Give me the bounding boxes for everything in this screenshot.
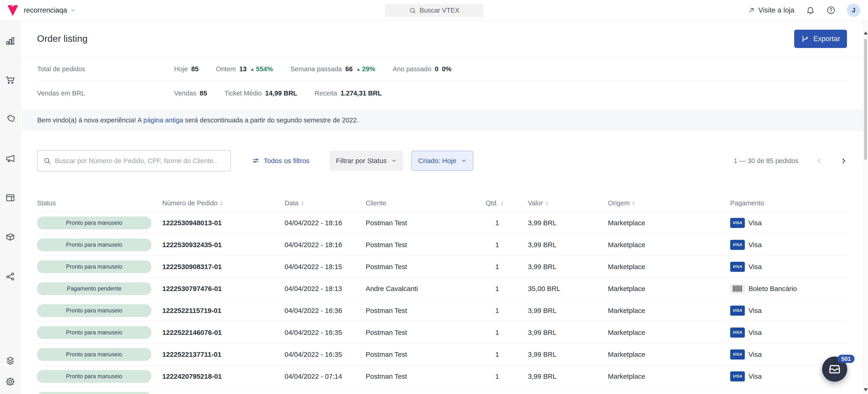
cell-status: Pronto para manuseio xyxy=(37,304,162,317)
cell-value: 3,99 BRL xyxy=(528,372,608,380)
order-search-input[interactable] xyxy=(55,157,224,165)
message-center-fab[interactable]: 501 xyxy=(822,357,847,382)
sort-down-arrow-icon: ▼ xyxy=(500,203,504,206)
cell-order-number: 1222530797476-01 xyxy=(162,285,284,293)
table-row[interactable]: Pronto para manuseio1222522115719-0104/0… xyxy=(37,300,847,322)
sort-icon[interactable]: ▲▼ xyxy=(301,201,304,206)
cell-value: 3,99 BRL xyxy=(528,263,608,271)
sort-icon[interactable]: ▲▼ xyxy=(500,201,504,206)
stat-item: Ontem13▲554% xyxy=(216,65,273,73)
cell-value: 3,99 BRL xyxy=(528,351,608,358)
sidebar-item-analytics[interactable] xyxy=(5,35,16,46)
banner-text-after: será descontinuada a partir do segundo s… xyxy=(183,117,358,124)
sidebar-item-promotions[interactable] xyxy=(5,114,16,125)
sidebar-item-marketing[interactable] xyxy=(5,153,16,164)
created-filter-label: Criado: Hoje xyxy=(418,157,456,165)
sort-icon[interactable]: ▲▼ xyxy=(220,201,223,206)
scrollbar[interactable] xyxy=(863,21,868,394)
status-badge: Pronto para manuseio xyxy=(37,348,151,361)
status-badge: Pronto para manuseio xyxy=(37,238,151,251)
table-row[interactable] xyxy=(37,387,847,394)
cell-status: Pronto para manuseio xyxy=(37,217,162,229)
status-badge-label: Pronto para manuseio xyxy=(66,329,122,336)
status-badge-label: Pronto para manuseio xyxy=(66,263,122,270)
status-badge-label: Pronto para manuseio xyxy=(66,307,122,314)
global-search[interactable]: Buscar VTEX xyxy=(385,4,484,17)
cell-origin: Marketplace xyxy=(608,329,730,336)
status-badge: Pronto para manuseio xyxy=(37,370,151,383)
cell-quantity: 1 xyxy=(486,285,528,293)
table-row[interactable]: Pronto para manuseio1222522146076-0104/0… xyxy=(37,322,847,343)
sidebar-item-integrations[interactable] xyxy=(5,271,16,282)
table-row[interactable]: Pagamento pendente1222530797476-0104/04/… xyxy=(37,278,847,300)
orders-table: StatusNúmero de Pedido▲▼Data▲▼ClienteQtd… xyxy=(37,195,847,394)
cell-origin: Marketplace xyxy=(608,241,730,249)
cell-payment: VISAVisa xyxy=(730,306,847,316)
sort-icon[interactable]: ▲▼ xyxy=(632,201,635,206)
visa-icon: VISA xyxy=(730,371,745,382)
cell-date: 04/04/2022 - 16:36 xyxy=(284,307,366,315)
stat-label: Ontem xyxy=(216,65,236,73)
status-badge: Pronto para manuseio xyxy=(37,304,151,317)
scroll-down-arrow-icon[interactable] xyxy=(864,388,868,391)
chevron-down-icon xyxy=(391,158,397,164)
cell-order-number: 1222522137711-01 xyxy=(162,351,284,358)
table-row[interactable]: Pronto para manuseio1222522137711-0104/0… xyxy=(37,343,847,365)
status-filter-label: Filtrar por Status xyxy=(336,157,387,165)
export-button[interactable]: Exportar xyxy=(794,30,847,48)
payment-label: Visa xyxy=(748,372,762,380)
table-row[interactable]: Pronto para manuseio1222420795218-0104/0… xyxy=(37,365,847,387)
sidebar-item-apps[interactable] xyxy=(5,355,16,366)
sort-down-arrow-icon: ▼ xyxy=(220,203,223,206)
status-badge-label: Pagamento pendente xyxy=(67,285,121,292)
cell-value: 3,99 BRL xyxy=(528,307,608,315)
scroll-up-arrow-icon[interactable] xyxy=(864,32,868,34)
stat-item: Semana passada66▲29% xyxy=(290,65,375,73)
created-filter-dropdown[interactable]: Criado: Hoje xyxy=(411,151,473,171)
table-row[interactable]: Pronto para manuseio1222530908317-0104/0… xyxy=(37,256,847,278)
sidebar-item-settings[interactable] xyxy=(5,376,16,387)
global-search-label: Buscar VTEX xyxy=(420,7,459,14)
scrollbar-thumb[interactable] xyxy=(864,39,867,160)
table-row[interactable]: Pronto para manuseio1222530948013-0104/0… xyxy=(37,212,847,234)
cell-value: 3,99 BRL xyxy=(528,241,608,249)
payment-label: Boleto Bancário xyxy=(748,285,797,293)
sidebar-item-catalog[interactable] xyxy=(5,232,16,242)
cell-client: Postman Test xyxy=(366,307,486,315)
sort-down-arrow-icon: ▼ xyxy=(632,203,635,206)
visit-store-button[interactable]: Visite a loja xyxy=(748,6,795,14)
topbar: recorrenciaqa Buscar VTEX Visite a loja … xyxy=(0,0,868,21)
app-body: Order listing Exportar Total de pedidosH… xyxy=(0,21,868,394)
stat-delta: ▲29% xyxy=(356,65,375,73)
status-filter-dropdown[interactable]: Filtrar por Status xyxy=(330,151,403,171)
all-filters-button[interactable]: Todos os filtros xyxy=(252,157,309,165)
table-row[interactable]: Pronto para manuseio1222530932435-0104/0… xyxy=(37,234,847,256)
next-page-button[interactable] xyxy=(840,157,847,164)
old-page-link[interactable]: página antiga xyxy=(143,117,183,124)
cell-quantity: 1 xyxy=(486,263,528,271)
cell-quantity: 1 xyxy=(486,329,528,336)
cell-value: 3,99 BRL xyxy=(528,329,608,336)
cell-payment: Boleto Bancário xyxy=(730,284,847,294)
column-header-0: Status xyxy=(37,199,162,207)
sort-icon[interactable]: ▲▼ xyxy=(545,201,549,206)
sidebar-item-orders[interactable] xyxy=(5,74,16,86)
bar-chart-icon xyxy=(5,35,16,46)
stat-label: Receita xyxy=(315,90,337,97)
visa-icon: VISA xyxy=(730,218,745,228)
previous-page-button[interactable] xyxy=(816,157,823,164)
welcome-banner-text: Bem vindo(a) à nova experiência! A págin… xyxy=(37,117,359,124)
main-content: Order listing Exportar Total de pedidosH… xyxy=(21,21,868,394)
stats-items: Vendas85Ticket Médio14,99 BRLReceita1.27… xyxy=(174,90,382,97)
notifications-button[interactable] xyxy=(806,6,815,15)
stat-value: 14,99 BRL xyxy=(265,90,297,97)
payment-label: Visa xyxy=(748,351,762,358)
column-label: Status xyxy=(37,199,56,207)
help-button[interactable] xyxy=(827,6,836,15)
cell-order-number: 1222530948013-01 xyxy=(162,219,284,227)
account-switcher[interactable]: recorrenciaqa xyxy=(24,6,75,14)
payment-label: Visa xyxy=(748,329,762,336)
avatar[interactable]: J xyxy=(847,4,860,17)
column-header-6: Origem▲▼ xyxy=(608,199,730,207)
sidebar-item-storefront[interactable] xyxy=(5,192,16,203)
